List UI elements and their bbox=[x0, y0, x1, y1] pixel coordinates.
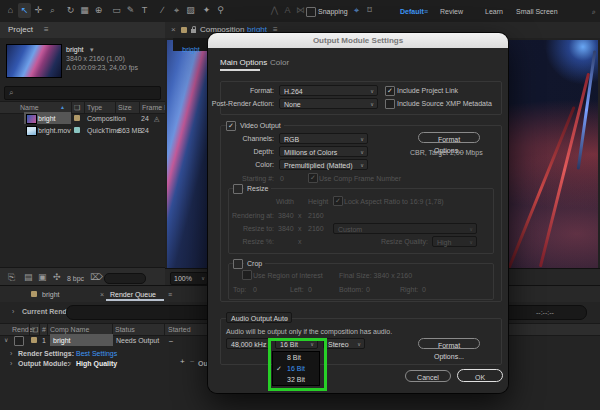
project-item-thumbnail bbox=[6, 44, 62, 78]
menu-item-32-bit[interactable]: 32 Bit bbox=[273, 374, 319, 385]
camera-tool-icon[interactable]: ▦ bbox=[78, 3, 91, 18]
post-render-action-dropdown[interactable]: None ∨ bbox=[279, 98, 378, 109]
bit-depth-dropdown[interactable]: 16 Bit ∨ bbox=[275, 338, 318, 349]
workspace-review[interactable]: Review bbox=[440, 7, 463, 16]
home-icon[interactable]: ⌂ bbox=[4, 3, 17, 18]
depth-dropdown[interactable]: Millions of Colors ∨ bbox=[279, 146, 368, 157]
crop-checkbox[interactable] bbox=[233, 259, 243, 269]
collapse-chevron-icon[interactable]: › bbox=[10, 349, 12, 358]
column-comp-name[interactable]: Comp Name bbox=[50, 325, 89, 334]
audio-format-options-button[interactable]: Format Options... bbox=[418, 338, 480, 349]
interpret-footage-icon[interactable]: ⎘ bbox=[8, 272, 15, 283]
close-icon[interactable]: × bbox=[171, 25, 176, 35]
selection-tool-icon[interactable]: ↖ bbox=[18, 3, 31, 18]
remove-output-module-button[interactable]: − bbox=[190, 357, 195, 367]
column-type[interactable]: Type bbox=[87, 103, 102, 112]
column-number[interactable]: # bbox=[42, 325, 46, 334]
render-queue-menu-icon[interactable]: ≡ bbox=[168, 290, 172, 299]
bit-depth-menu: 8 Bit ✓ 16 Bit 32 Bit bbox=[272, 351, 320, 386]
audio-channels-dropdown[interactable]: Stereo ∨ bbox=[323, 338, 365, 349]
new-folder-icon[interactable]: ▤ bbox=[24, 272, 33, 282]
label-swatch-tan[interactable] bbox=[74, 115, 80, 121]
roto-brush-tool-icon[interactable]: ✦ bbox=[200, 3, 213, 18]
viewer-tab-label: bright bbox=[182, 46, 200, 53]
collapse-chevron-icon[interactable]: › bbox=[12, 307, 14, 316]
column-name[interactable]: Name bbox=[20, 103, 39, 112]
row-type: Composition bbox=[87, 114, 126, 123]
bpc-indicator[interactable]: 8 bpc bbox=[67, 274, 84, 283]
dialog-title-bar[interactable]: Output Module Settings bbox=[208, 33, 508, 48]
include-project-link-checkbox[interactable]: ✓ bbox=[385, 86, 395, 96]
workspace-search-icon[interactable]: ⌕ bbox=[592, 7, 596, 16]
label-swatch-teal[interactable] bbox=[74, 127, 80, 133]
pen-tool-icon[interactable]: ✎ bbox=[124, 3, 137, 18]
snap-option-icon[interactable]: ⌖ bbox=[350, 3, 363, 18]
chevron-down-icon[interactable]: ∨ bbox=[68, 350, 72, 356]
zoom-tool-icon[interactable]: ⌕ bbox=[46, 3, 59, 18]
video-format-options-button[interactable]: Format Options... bbox=[418, 132, 480, 143]
clone-stamp-tool-icon[interactable]: ⌖ bbox=[170, 3, 183, 18]
workspace-menu-icon[interactable]: ≡ bbox=[424, 7, 428, 16]
column-size[interactable]: Size bbox=[118, 103, 132, 112]
collapse-chevron-icon[interactable]: › bbox=[10, 359, 12, 368]
new-composition-icon[interactable]: ▣ bbox=[38, 272, 47, 282]
zoom-level-dropdown[interactable]: 100% ∨ bbox=[170, 272, 208, 285]
orbit-tool-icon[interactable]: ↻ bbox=[64, 3, 77, 18]
sort-ascending-icon[interactable]: ▲ bbox=[60, 104, 65, 110]
menu-item-8-bit[interactable]: 8 Bit bbox=[273, 352, 319, 363]
column-started[interactable]: Started bbox=[168, 325, 191, 334]
format-dropdown[interactable]: H.264 ∨ bbox=[279, 85, 378, 96]
sample-rate-dropdown[interactable]: 48,000 kHz ∨ bbox=[226, 338, 270, 349]
column-status[interactable]: Status bbox=[115, 325, 135, 334]
tab-render-queue[interactable]: Render Queue bbox=[110, 290, 156, 299]
project-panel-menu-icon[interactable]: ≡ bbox=[44, 25, 49, 35]
project-search-input[interactable]: ⌕ bbox=[4, 86, 161, 100]
eraser-tool-icon[interactable]: ▨ bbox=[184, 3, 197, 18]
chevron-down-icon: ∨ bbox=[360, 134, 364, 145]
pan-behind-tool-icon[interactable]: ⊕ bbox=[92, 3, 105, 18]
tab-color[interactable]: Color bbox=[270, 58, 289, 68]
adjust-icon[interactable]: ✣ bbox=[53, 272, 61, 282]
add-output-module-button[interactable]: + bbox=[180, 357, 185, 367]
output-module-value[interactable]: High Quality bbox=[76, 359, 117, 368]
close-icon[interactable]: × bbox=[100, 290, 104, 299]
brush-tool-icon[interactable]: ∕ bbox=[156, 3, 169, 18]
hand-tool-icon[interactable]: ✛ bbox=[32, 3, 45, 18]
project-item-name[interactable]: bright bbox=[66, 45, 84, 54]
label-column-icon[interactable]: ❏ bbox=[74, 103, 80, 112]
project-row-bright-mov[interactable]: bright.mov QuickTime 863 MB 24 bbox=[0, 124, 165, 136]
project-item-dropdown-icon[interactable]: ▾ bbox=[90, 45, 94, 54]
viewer-tab-bright[interactable]: bright bbox=[173, 38, 209, 51]
tab-main-options[interactable]: Main Options bbox=[220, 58, 267, 68]
puppet-pin-tool-icon[interactable]: ⚲ bbox=[214, 3, 227, 18]
include-xmp-checkbox[interactable] bbox=[385, 99, 395, 109]
color-dropdown[interactable]: Premultiplied (Matted) ∨ bbox=[279, 159, 368, 170]
shape-tool-icon[interactable]: ▭ bbox=[110, 3, 123, 18]
workspace-default[interactable]: Default bbox=[400, 7, 424, 16]
render-checkbox[interactable] bbox=[14, 336, 24, 346]
channels-dropdown[interactable]: RGB ∨ bbox=[279, 133, 368, 144]
ok-button[interactable]: OK bbox=[457, 369, 503, 382]
trash-icon[interactable]: ⌦ bbox=[90, 272, 103, 282]
chevron-down-icon: ∨ bbox=[469, 237, 473, 248]
tab-bright[interactable]: bright bbox=[42, 290, 60, 299]
workspace-small-screen[interactable]: Small Screen bbox=[516, 7, 558, 16]
label-column-icon[interactable]: ❏ bbox=[32, 325, 38, 334]
snapping-checkbox[interactable] bbox=[306, 7, 316, 17]
queue-label-swatch[interactable] bbox=[31, 337, 37, 343]
chevron-down-icon[interactable]: ∨ bbox=[68, 360, 72, 366]
row-frame-rate: 24 bbox=[141, 126, 149, 135]
align-icon: ⋀ bbox=[268, 3, 281, 18]
cancel-button[interactable]: Cancel bbox=[405, 370, 451, 382]
resize-checkbox[interactable] bbox=[233, 184, 243, 194]
top-toolbar: ⌂ ↖ ✛ ⌕ ↻ ▦ ⊕ ▭ ✎ T ∕ ⌖ ▨ ✦ ⚲ ⋀ A ⋈ Snap… bbox=[0, 0, 600, 23]
video-output-checkbox[interactable]: ✓ bbox=[226, 121, 236, 131]
expand-chevron-icon[interactable]: ∨ bbox=[4, 336, 8, 343]
snap-option2-icon[interactable]: ⌑ bbox=[363, 3, 376, 18]
project-row-bright[interactable]: bright Composition 24 ◬ bbox=[0, 112, 165, 124]
workspace-learn[interactable]: Learn bbox=[485, 7, 503, 16]
type-tool-icon[interactable]: T bbox=[138, 3, 151, 18]
render-settings-value[interactable]: Best Settings bbox=[76, 349, 117, 358]
audio-output-auto-dropdown[interactable]: Audio Output Auto ∨ bbox=[226, 312, 292, 323]
menu-item-16-bit[interactable]: ✓ 16 Bit bbox=[273, 363, 319, 374]
